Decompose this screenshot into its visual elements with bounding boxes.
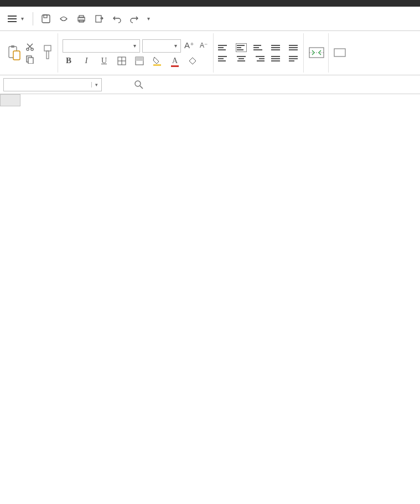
svg-rect-0: [42, 15, 50, 23]
merge-center-button[interactable]: [308, 45, 325, 61]
fill-style-button[interactable]: [133, 55, 146, 67]
name-box[interactable]: ▾: [3, 78, 102, 91]
cut-button[interactable]: [25, 43, 37, 52]
font-name-select[interactable]: ▾: [63, 39, 140, 53]
border-button[interactable]: [116, 55, 128, 67]
svg-rect-1: [44, 15, 47, 18]
zoom-icon[interactable]: [134, 80, 144, 90]
svg-rect-5: [96, 16, 101, 22]
chevron-down-icon: ▾: [174, 43, 177, 49]
select-all-corner[interactable]: [0, 94, 20, 106]
decrease-font-icon[interactable]: A⁻: [198, 39, 210, 52]
fill-color-button[interactable]: [151, 55, 163, 67]
merge-group: [305, 33, 329, 73]
alignment-group: [215, 33, 304, 73]
svg-rect-14: [46, 51, 49, 59]
svg-rect-20: [153, 64, 161, 66]
chevron-down-icon: ▾: [133, 43, 136, 49]
svg-point-10: [31, 48, 33, 50]
svg-rect-8: [13, 51, 20, 60]
increase-indent-icon[interactable]: [289, 43, 300, 52]
align-middle-icon[interactable]: [236, 43, 247, 52]
redo-icon[interactable]: [129, 14, 139, 24]
print-preview-icon[interactable]: [59, 14, 69, 24]
auto-button[interactable]: [333, 45, 346, 61]
print-icon[interactable]: [76, 14, 86, 24]
svg-rect-13: [44, 45, 51, 51]
increase-font-icon[interactable]: A⁺: [183, 39, 195, 52]
formula-bar: ▾: [0, 75, 420, 94]
svg-line-25: [140, 86, 143, 89]
align-center-icon[interactable]: [236, 54, 247, 63]
svg-rect-19: [136, 57, 143, 61]
ribbon: ▾ ▾ A⁺ A⁻ B I U A: [0, 31, 420, 75]
copy-icon: [25, 55, 34, 64]
chevron-down-icon[interactable]: ▾: [91, 82, 101, 88]
file-menu-button[interactable]: ▾: [3, 13, 28, 24]
chevron-down-icon: ▾: [21, 16, 24, 22]
svg-rect-7: [11, 45, 14, 48]
undo-icon[interactable]: [112, 14, 122, 24]
export-icon[interactable]: [94, 14, 104, 24]
quick-access-toolbar: ▾: [41, 14, 150, 24]
font-group: ▾ ▾ A⁺ A⁻ B I U A: [59, 33, 214, 73]
divider: [33, 12, 33, 25]
menu-bar: ▾ ▾: [0, 7, 420, 31]
font-size-select[interactable]: ▾: [142, 39, 181, 53]
underline-button[interactable]: U: [98, 55, 110, 67]
svg-rect-23: [334, 49, 345, 56]
save-icon[interactable]: [41, 14, 51, 24]
svg-rect-12: [28, 58, 33, 64]
hamburger-icon: [8, 16, 17, 22]
align-right-icon[interactable]: [253, 54, 265, 63]
clipboard-group: [3, 33, 58, 73]
wrap-text-icon[interactable]: [289, 54, 300, 63]
autofit-group: [330, 33, 350, 73]
svg-point-9: [27, 48, 29, 50]
svg-point-24: [135, 81, 141, 86]
title-bar: [0, 0, 420, 7]
font-color-button[interactable]: A: [169, 55, 181, 67]
decrease-indent-icon[interactable]: [271, 43, 282, 52]
clear-format-button[interactable]: [186, 55, 199, 67]
format-painter-button[interactable]: [41, 44, 54, 62]
scissors-icon: [25, 43, 34, 52]
paste-button[interactable]: [7, 44, 21, 62]
align-left-icon[interactable]: [218, 54, 229, 63]
distribute-h-icon[interactable]: [271, 54, 282, 63]
italic-button[interactable]: I: [80, 55, 92, 67]
align-top-icon[interactable]: [218, 43, 229, 52]
copy-button[interactable]: [25, 55, 37, 64]
bold-button[interactable]: B: [63, 55, 75, 67]
align-bottom-icon[interactable]: [253, 43, 265, 52]
qat-dropdown-icon[interactable]: ▾: [147, 16, 150, 22]
